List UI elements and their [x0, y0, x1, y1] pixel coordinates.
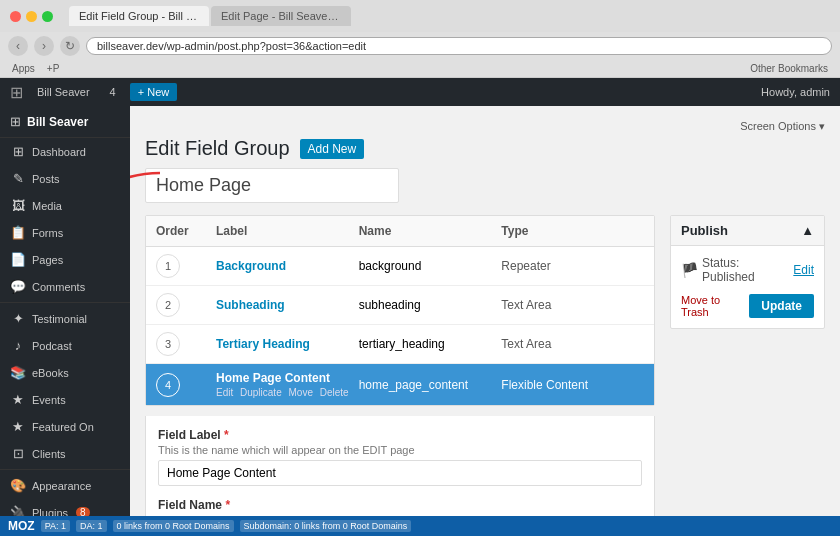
field-type-2: Text Area [501, 298, 644, 312]
wp-logo[interactable]: ⊞ [10, 83, 23, 102]
sidebar-item-media[interactable]: 🖼 Media [0, 192, 130, 219]
browser-dots [10, 11, 53, 22]
admin-bar-howdy: Howdy, admin [761, 86, 830, 98]
sidebar-brand-icon: ⊞ [10, 114, 21, 129]
field-name-1: background [359, 259, 502, 273]
sidebar-label-featured-on: Featured On [32, 421, 94, 433]
field-name-2: subheading [359, 298, 502, 312]
sidebar-label-podcast: Podcast [32, 340, 72, 352]
publish-status-edit[interactable]: Edit [793, 263, 814, 277]
sidebar-label-events: Events [32, 394, 66, 406]
sidebar-label-forms: Forms [32, 227, 63, 239]
url-bar[interactable]: billseaver.dev/wp-admin/post.php?post=36… [86, 37, 832, 55]
field-group-title-wrapper [145, 168, 399, 203]
field-label-link-2[interactable]: Subheading [216, 298, 285, 312]
field-group-title-row [145, 168, 825, 203]
field-label-hint: This is the name which will appear on th… [158, 444, 642, 456]
refresh-button[interactable]: ↻ [60, 36, 80, 56]
fields-table: Order Label Name Type 1 Background backg… [145, 215, 655, 406]
field-label-link-3[interactable]: Tertiary Heading [216, 337, 310, 351]
field-label-input[interactable] [158, 460, 642, 486]
publish-box-header: Publish ▲ [671, 216, 824, 246]
sidebar-item-pages[interactable]: 📄 Pages [0, 246, 130, 273]
events-icon: ★ [10, 392, 26, 407]
maximize-button-dot[interactable] [42, 11, 53, 22]
bookmark-apps[interactable]: Apps [8, 62, 39, 75]
sidebar-separator-2 [0, 469, 130, 470]
sidebar-brand: ⊞ Bill Seaver [0, 106, 130, 138]
field-name-3: tertiary_heading [359, 337, 502, 351]
field-label-link-4[interactable]: Home Page Content [216, 371, 330, 385]
moz-da: DA: 1 [76, 520, 107, 532]
sidebar-item-dashboard[interactable]: ⊞ Dashboard [0, 138, 130, 165]
page-header: Edit Field Group Add New [145, 137, 825, 160]
sidebar-item-testimonial[interactable]: ✦ Testimonial [0, 305, 130, 332]
sidebar-item-appearance[interactable]: 🎨 Appearance [0, 472, 130, 499]
sidebar-item-clients[interactable]: ⊡ Clients [0, 440, 130, 467]
moz-pa: PA: 1 [41, 520, 70, 532]
update-button[interactable]: Update [749, 294, 814, 318]
sidebar-label-comments: Comments [32, 281, 85, 293]
publish-collapse-icon[interactable]: ▲ [801, 223, 814, 238]
admin-bar-site[interactable]: Bill Seaver [31, 86, 96, 98]
browser-tab-active[interactable]: Edit Field Group - Bill Sea... [69, 6, 209, 26]
admin-bar-new[interactable]: + New [130, 83, 178, 101]
field-action-move[interactable]: Move [289, 387, 313, 398]
field-action-duplicate[interactable]: Duplicate [240, 387, 282, 398]
forms-icon: 📋 [10, 225, 26, 240]
clients-icon: ⊡ [10, 446, 26, 461]
form-row-field-label: Field Label * This is the name which wil… [158, 428, 642, 486]
sidebar-item-featured-on[interactable]: ★ Featured On [0, 413, 130, 440]
close-button-dot[interactable] [10, 11, 21, 22]
testimonial-icon: ✦ [10, 311, 26, 326]
field-row-actions-4: Edit Duplicate Move Delete [216, 387, 359, 398]
browser-nav: ‹ › ↻ billseaver.dev/wp-admin/post.php?p… [0, 32, 840, 60]
sidebar-item-events[interactable]: ★ Events [0, 386, 130, 413]
page-title: Edit Field Group [145, 137, 290, 160]
back-button[interactable]: ‹ [8, 36, 28, 56]
field-label-link-1[interactable]: Background [216, 259, 286, 273]
comments-icon: 💬 [10, 279, 26, 294]
field-action-edit[interactable]: Edit [216, 387, 233, 398]
table-row-selected: 4 Home Page Content Edit Duplicate Move … [146, 364, 654, 405]
field-type-3: Text Area [501, 337, 644, 351]
sidebar-item-posts[interactable]: ✎ Posts [0, 165, 130, 192]
bookmark-p[interactable]: +P [43, 62, 64, 75]
field-edit-form: Field Label * This is the name which wil… [145, 416, 655, 522]
field-name-4: home_page_content [359, 378, 502, 392]
wp-main: Screen Options ▾ Edit Field Group Add Ne… [130, 106, 840, 522]
sidebar-label-media: Media [32, 200, 62, 212]
table-row: 3 Tertiary Heading tertiary_heading Text… [146, 325, 654, 364]
pages-icon: 📄 [10, 252, 26, 267]
browser-tab-2[interactable]: Edit Page - Bill Seaver -... [211, 6, 351, 26]
ebooks-icon: 📚 [10, 365, 26, 380]
admin-bar-count[interactable]: 4 [104, 86, 122, 98]
field-order-2: 2 [156, 293, 216, 317]
wp-layout: ⊞ Bill Seaver ⊞ Dashboard ✎ Posts 🖼 Medi… [0, 106, 840, 522]
table-row: 2 Subheading subheading Text Area [146, 286, 654, 325]
dashboard-icon: ⊞ [10, 144, 26, 159]
wp-sidebar: ⊞ Bill Seaver ⊞ Dashboard ✎ Posts 🖼 Medi… [0, 106, 130, 522]
col-name: Name [359, 224, 502, 238]
screen-options: Screen Options ▾ [145, 118, 825, 133]
forward-button[interactable]: › [34, 36, 54, 56]
bookmark-other[interactable]: Other Bookmarks [746, 62, 832, 75]
add-new-button[interactable]: Add New [300, 139, 365, 159]
publish-title: Publish [681, 223, 728, 238]
field-order-3: 3 [156, 332, 216, 356]
field-type-4: Flexible Content [501, 378, 644, 392]
col-type: Type [501, 224, 644, 238]
sidebar-item-podcast[interactable]: ♪ Podcast [0, 332, 130, 359]
publish-status-text: Status: Published [702, 256, 789, 284]
sidebar-item-ebooks[interactable]: 📚 eBooks [0, 359, 130, 386]
field-action-delete[interactable]: Delete [320, 387, 349, 398]
field-group-title-input[interactable] [145, 168, 399, 203]
moz-subdomain: Subdomain: 0 links from 0 Root Domains [240, 520, 412, 532]
move-to-trash-link[interactable]: Move to Trash [681, 294, 749, 318]
minimize-button-dot[interactable] [26, 11, 37, 22]
sidebar-item-comments[interactable]: 💬 Comments [0, 273, 130, 300]
sidebar-item-forms[interactable]: 📋 Forms [0, 219, 130, 246]
field-label-4: Home Page Content Edit Duplicate Move De… [216, 371, 359, 398]
screen-options-link[interactable]: Screen Options ▾ [740, 120, 825, 132]
sidebar-label-ebooks: eBooks [32, 367, 69, 379]
